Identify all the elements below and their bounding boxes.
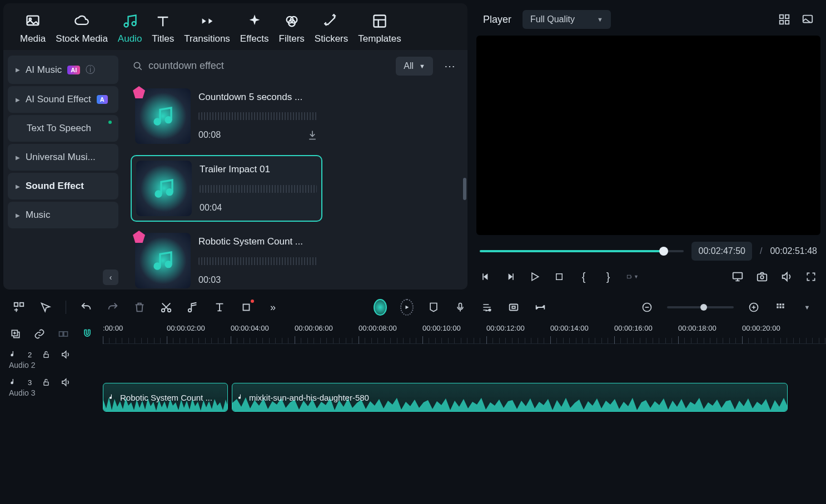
audio-clip[interactable]: Robotic System Count ... <box>103 383 228 412</box>
next-frame-button[interactable] <box>504 271 516 283</box>
fullscreen-button[interactable] <box>805 271 817 283</box>
sidebar-item-ai-music[interactable]: ▶ AI Music AI ⓘ <box>8 56 118 84</box>
ai-assist-icon[interactable] <box>374 301 387 314</box>
quality-dropdown[interactable]: Full Quality ▼ <box>523 10 611 29</box>
premium-badge-icon <box>133 231 145 243</box>
mute-icon[interactable] <box>61 350 71 360</box>
filter-dropdown[interactable]: All ▼ <box>396 57 433 76</box>
tab-audio[interactable]: Audio <box>118 13 142 44</box>
sidebar-item-sound-effect[interactable]: ▶ Sound Effect <box>8 173 118 199</box>
svg-rect-19 <box>803 16 813 23</box>
select-tool-icon[interactable] <box>39 301 52 314</box>
sidebar-item-universal-music[interactable]: ▶ Universal Musi... <box>8 144 118 171</box>
more-tools-icon[interactable]: » <box>266 301 280 314</box>
lock-icon[interactable] <box>42 378 51 387</box>
audio-beat-icon[interactable] <box>186 301 200 314</box>
music-note-icon <box>152 105 174 127</box>
marker-icon[interactable] <box>427 301 440 314</box>
prev-frame-button[interactable] <box>480 271 492 283</box>
range-icon[interactable] <box>534 301 547 314</box>
player-label: Player <box>483 14 511 26</box>
tab-label: Transitions <box>184 33 230 44</box>
download-button[interactable] <box>307 129 318 141</box>
time-ruler[interactable]: :00:00 00:00:02:00 00:00:04:00 00:00:06:… <box>103 322 826 344</box>
add-media-icon[interactable] <box>9 327 22 341</box>
volume-button[interactable] <box>780 271 793 283</box>
magnet-icon[interactable] <box>81 327 94 341</box>
expand-icon[interactable]: ▼ <box>800 301 814 314</box>
picture-icon[interactable] <box>802 13 814 26</box>
audio-clip[interactable]: mixkit-sun-and-his-daughter-580 <box>232 383 788 412</box>
caret-icon: ▶ <box>16 97 20 103</box>
cut-button[interactable] <box>160 301 173 314</box>
zoom-in-button[interactable] <box>747 301 760 314</box>
track-lane[interactable] <box>103 344 826 380</box>
tab-templates[interactable]: Templates <box>358 13 401 44</box>
zoom-knob[interactable] <box>700 304 707 311</box>
sidebar-item-ai-sound-effect[interactable]: ▶ AI Sound Effect A <box>8 86 118 113</box>
delete-button[interactable] <box>133 301 146 314</box>
svg-rect-16 <box>785 15 789 18</box>
mute-icon[interactable] <box>61 377 71 387</box>
audio-card[interactable]: Trailer Impact 01 00:04 <box>131 155 322 222</box>
render-icon[interactable] <box>400 301 414 314</box>
ai-badge: AI <box>67 66 80 74</box>
mark-in-button[interactable]: { <box>578 271 590 283</box>
ai-badge: A <box>97 95 108 104</box>
waveform-preview <box>200 185 317 193</box>
track-header[interactable]: 2 <box>0 346 103 361</box>
sidebar-item-text-to-speech[interactable]: Text To Speech <box>8 115 118 142</box>
add-track-icon[interactable] <box>12 301 26 314</box>
tab-titles[interactable]: Titles <box>152 13 174 44</box>
group-icon[interactable] <box>57 327 70 341</box>
keyframe-icon[interactable] <box>507 301 520 314</box>
undo-button[interactable] <box>79 301 93 314</box>
audio-card[interactable]: Countdown 5 seconds ... 00:08 <box>131 84 322 148</box>
mark-out-button[interactable]: } <box>602 271 614 283</box>
audio-title: Trailer Impact 01 <box>200 164 305 175</box>
play-button[interactable] <box>529 271 541 283</box>
snapshot-button[interactable] <box>756 271 768 283</box>
aspect-button[interactable]: ▼ <box>626 271 639 283</box>
lock-icon[interactable] <box>42 350 51 359</box>
tab-effects[interactable]: Effects <box>240 13 269 44</box>
display-button[interactable] <box>732 271 744 283</box>
grid-toggle-icon[interactable] <box>774 301 787 314</box>
voiceover-icon[interactable] <box>454 301 467 314</box>
sidebar-item-music[interactable]: ▶ Music <box>8 202 118 228</box>
crop-tool-icon[interactable] <box>240 301 253 314</box>
ruler-tick: 00:00:06:00 <box>295 324 333 332</box>
stop-button[interactable] <box>553 271 565 283</box>
more-options-button[interactable]: ⋯ <box>440 56 460 76</box>
track-lane[interactable]: Robotic System Count ... mixkit-sun-and-… <box>103 380 826 415</box>
track-header[interactable]: 3 <box>0 374 103 388</box>
scrollbar-thumb[interactable] <box>463 178 466 200</box>
ruler-minor-ticks <box>103 338 826 343</box>
tab-stock-media[interactable]: Stock Media <box>56 13 108 44</box>
category-sidebar: ▶ AI Music AI ⓘ ▶ AI Sound Effect A Text… <box>3 50 123 290</box>
help-icon[interactable]: ⓘ <box>86 63 95 76</box>
mixer-icon[interactable] <box>480 301 494 314</box>
search-input[interactable]: countdown effect <box>131 56 389 76</box>
playback-scrubber[interactable] <box>480 250 684 252</box>
text-tool-icon[interactable] <box>213 301 226 314</box>
tab-transitions[interactable]: Transitions <box>184 13 230 44</box>
tab-filters[interactable]: Filters <box>279 13 305 44</box>
zoom-slider[interactable] <box>667 306 734 308</box>
video-preview[interactable] <box>476 36 820 235</box>
music-note-icon <box>108 393 116 401</box>
timeline-tracks[interactable]: :00:00 00:00:02:00 00:00:04:00 00:00:06:… <box>103 322 826 504</box>
svg-rect-37 <box>777 303 778 305</box>
audio-card[interactable]: Robotic System Count ... 00:03 <box>131 228 322 290</box>
tab-label: Templates <box>358 33 401 44</box>
tab-stickers[interactable]: Stickers <box>315 13 348 44</box>
redo-button[interactable] <box>106 301 120 314</box>
scrubber-knob[interactable] <box>659 247 668 256</box>
sidebar-item-label: Universal Musi... <box>26 152 96 163</box>
tab-media[interactable]: Media <box>20 13 46 44</box>
caret-icon: ▶ <box>16 183 20 189</box>
link-icon[interactable] <box>33 327 46 341</box>
zoom-out-button[interactable] <box>640 301 654 314</box>
collapse-sidebar-button[interactable]: ‹ <box>103 270 118 285</box>
grid-view-icon[interactable] <box>778 13 790 26</box>
